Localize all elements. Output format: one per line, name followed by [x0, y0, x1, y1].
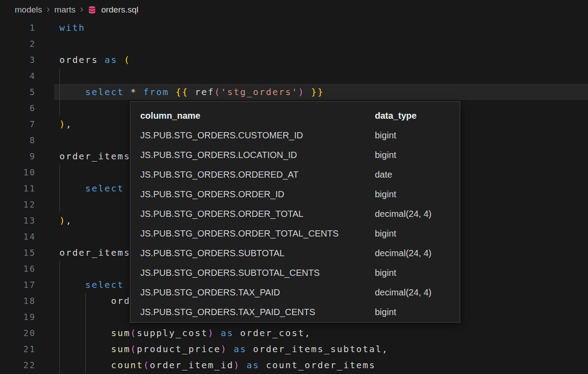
code-text: select — [59, 180, 124, 196]
line-number: 14 — [0, 229, 36, 245]
schema-row: JS.PUB.STG_ORDERS.TAX_PAID_CENTSbigint — [130, 302, 460, 322]
breadcrumb-file-orders-sql[interactable]: orders.sql — [101, 5, 138, 15]
code-line-1[interactable]: 1with — [0, 20, 588, 36]
schema-data-type: bigint — [375, 184, 396, 204]
schema-row: JS.PUB.STG_ORDERS.ORDER_TOTALdecimal(24,… — [130, 204, 460, 224]
code-text: orders as ( — [59, 52, 130, 68]
indent-guide — [59, 309, 60, 325]
schema-data-type: date — [375, 165, 392, 184]
chevron-right-icon: › — [46, 4, 50, 16]
code-line-21[interactable]: 21 sum(product_price) as order_items_sub… — [0, 341, 588, 357]
indent-guide — [59, 164, 60, 180]
breadcrumb-item-marts[interactable]: marts — [55, 5, 76, 15]
code-text: order_items — [59, 148, 130, 164]
schema-data-type: bigint — [375, 125, 396, 145]
popup-header-data-type: data_type — [375, 106, 416, 125]
code-line-2[interactable]: 2 — [0, 36, 588, 52]
line-number: 6 — [0, 100, 36, 116]
line-number: 22 — [0, 357, 36, 373]
schema-row: JS.PUB.STG_ORDERS.SUBTOTALdecimal(24, 4) — [130, 243, 460, 263]
schema-column-name: JS.PUB.STG_ORDERS.ORDER_TOTAL — [140, 209, 303, 219]
schema-column-name: JS.PUB.STG_ORDERS.SUBTOTAL_CENTS — [140, 268, 320, 278]
indent-guide — [85, 309, 86, 325]
breadcrumb: models › marts › orders.sql — [0, 0, 588, 20]
line-number: 16 — [0, 261, 36, 277]
line-number: 17 — [0, 277, 36, 293]
schema-data-type: bigint — [375, 224, 396, 243]
code-text: order_items — [59, 245, 130, 261]
line-number: 1 — [0, 20, 36, 36]
schema-column-name: JS.PUB.STG_ORDERS.ORDER_TOTAL_CENTS — [140, 229, 339, 238]
code-text: sum(supply_cost) as order_cost, — [59, 325, 311, 341]
line-number: 8 — [0, 132, 36, 148]
line-number: 2 — [0, 36, 36, 52]
line-number: 21 — [0, 341, 36, 357]
schema-column-name: JS.PUB.STG_ORDERS.ORDERED_AT — [140, 170, 298, 179]
schema-column-name: JS.PUB.STG_ORDERS.TAX_PAID_CENTS — [140, 307, 315, 317]
line-number: 20 — [0, 325, 36, 341]
code-text: count(order_item_id) as count_order_item… — [59, 357, 376, 373]
code-text: with — [59, 20, 85, 36]
popup-header-column-name: column_name — [140, 111, 200, 121]
indent-guide — [59, 68, 60, 84]
line-number: 3 — [0, 52, 36, 68]
schema-data-type: bigint — [375, 145, 396, 165]
schema-column-name: JS.PUB.STG_ORDERS.TAX_PAID — [140, 287, 280, 297]
database-icon — [88, 5, 97, 14]
schema-row: JS.PUB.STG_ORDERS.TAX_PAIDdecimal(24, 4) — [130, 283, 460, 302]
popup-header-row: column_name data_type — [130, 106, 460, 125]
schema-row: JS.PUB.STG_ORDERS.ORDERED_ATdate — [130, 165, 460, 184]
chevron-right-icon: › — [80, 4, 83, 16]
code-text: ), — [59, 116, 72, 132]
code-line-20[interactable]: 20 sum(supply_cost) as order_cost, — [0, 325, 588, 341]
code-text: select — [59, 277, 124, 293]
popup-rows: JS.PUB.STG_ORDERS.CUSTOMER_IDbigintJS.PU… — [130, 125, 460, 322]
schema-row: JS.PUB.STG_ORDERS.SUBTOTAL_CENTSbigint — [130, 263, 460, 283]
code-text: sum(product_price) as order_items_subtot… — [59, 341, 389, 357]
line-number: 18 — [0, 293, 36, 309]
schema-row: JS.PUB.STG_ORDERS.LOCATION_IDbigint — [130, 145, 460, 165]
code-line-4[interactable]: 4 — [0, 68, 588, 84]
line-number: 15 — [0, 245, 36, 261]
line-number: 19 — [0, 309, 36, 325]
schema-data-type: decimal(24, 4) — [375, 243, 432, 263]
schema-column-name: JS.PUB.STG_ORDERS.CUSTOMER_ID — [140, 130, 303, 140]
schema-data-type: bigint — [375, 263, 396, 283]
schema-row: JS.PUB.STG_ORDERS.ORDER_TOTAL_CENTSbigin… — [130, 224, 460, 243]
code-line-3[interactable]: 3orders as ( — [0, 52, 588, 68]
line-number: 11 — [0, 180, 36, 196]
schema-hover-popup: column_name data_type JS.PUB.STG_ORDERS.… — [130, 101, 460, 323]
schema-column-name: JS.PUB.STG_ORDERS.LOCATION_ID — [140, 150, 297, 160]
schema-row: JS.PUB.STG_ORDERS.ORDER_IDbigint — [130, 184, 460, 204]
breadcrumb-item-models[interactable]: models — [15, 5, 42, 15]
indent-guide — [59, 261, 60, 277]
line-number: 5 — [0, 84, 36, 100]
schema-data-type: decimal(24, 4) — [375, 204, 432, 224]
indent-guide — [59, 196, 60, 212]
code-text: ), — [59, 212, 72, 229]
line-number: 4 — [0, 68, 36, 84]
code-line-22[interactable]: 22 count(order_item_id) as count_order_i… — [0, 357, 588, 373]
line-number: 12 — [0, 196, 36, 212]
line-number: 7 — [0, 116, 36, 132]
schema-data-type: bigint — [375, 302, 396, 322]
line-number: 9 — [0, 148, 36, 164]
code-text: select * from {{ ref('stg_orders') }} — [59, 84, 324, 100]
schema-column-name: JS.PUB.STG_ORDERS.SUBTOTAL — [140, 248, 285, 258]
code-line-5[interactable]: 5 select * from {{ ref('stg_orders') }} — [0, 84, 588, 100]
indent-guide — [59, 100, 60, 116]
line-number: 10 — [0, 164, 36, 180]
code-text: ord — [59, 293, 130, 309]
schema-column-name: JS.PUB.STG_ORDERS.ORDER_ID — [140, 189, 284, 199]
schema-row: JS.PUB.STG_ORDERS.CUSTOMER_IDbigint — [130, 125, 460, 145]
line-number: 13 — [0, 212, 36, 229]
schema-data-type: decimal(24, 4) — [375, 283, 432, 302]
